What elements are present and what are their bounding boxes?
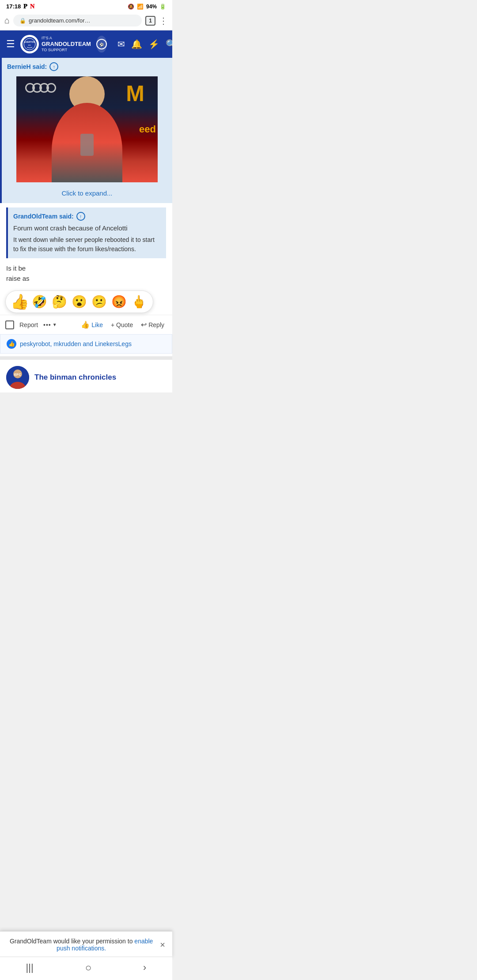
post-avatar: EFC: [6, 366, 29, 389]
post-text: Is it be raise as: [6, 264, 166, 283]
next-post-username[interactable]: The binman chronicles: [34, 373, 116, 382]
header-icons: ✉ 🔔 ⚡ 🔍: [117, 39, 172, 49]
like-button[interactable]: 👍 Like: [78, 319, 106, 331]
quote-image-container: M eed: [7, 75, 167, 184]
logo-circle: EVERTON FC: [20, 35, 39, 53]
quote-button[interactable]: + Quote: [108, 320, 136, 330]
inner-quote-up-arrow[interactable]: ↑: [76, 212, 85, 221]
browser-url-text: grandoldteam.com/for…: [29, 17, 90, 24]
report-button[interactable]: Report: [17, 320, 41, 330]
svg-text:⚽: ⚽: [99, 42, 104, 47]
inner-quote-title: Forum wont crash because of Ancelotti: [13, 224, 161, 232]
emoji-laughing[interactable]: 🤣: [32, 294, 47, 309]
avatar-inner: EFC: [6, 366, 29, 389]
audi-rings: [25, 83, 56, 93]
browser-tab-button[interactable]: 1: [145, 16, 155, 26]
browser-home-button[interactable]: ⌂: [4, 15, 10, 26]
browser-chrome: ⌂ 🔒 grandoldteam.com/for… 1 ⋮: [0, 12, 172, 30]
section-divider: [0, 356, 172, 360]
wifi-icon: 📶: [137, 4, 144, 10]
more-options-button[interactable]: ••• ▼: [43, 321, 57, 328]
like-thumb-icon: 👍: [7, 339, 16, 349]
battery-icon: 🔋: [159, 4, 166, 10]
emoji-middle-finger[interactable]: 🖕: [131, 294, 147, 309]
browser-more-button[interactable]: ⋮: [159, 15, 168, 26]
lock-icon: 🔒: [19, 18, 26, 24]
emoji-wow[interactable]: 😮: [72, 294, 87, 309]
emoji-thinking[interactable]: 🤔: [52, 294, 67, 309]
grandoldteam-attribution[interactable]: GrandOldTeam said: ↑: [13, 212, 161, 221]
mcdonalds-arches: M: [126, 81, 144, 106]
battery-text: 94%: [146, 4, 157, 10]
likes-bar: 👍 peskyrobot, mkrudden and LinekersLegs: [0, 334, 172, 354]
mail-icon[interactable]: ✉: [117, 39, 125, 49]
emoji-angry[interactable]: 😡: [111, 294, 127, 309]
svg-text:EFC: EFC: [14, 373, 21, 377]
svg-text:EVERTON: EVERTON: [24, 41, 35, 43]
status-bar: 17:18 𝐏 𝐍 🔕 📶 94% 🔋: [0, 0, 172, 12]
bernieh-attribution[interactable]: BernieH said: ↑: [7, 62, 167, 71]
bell-icon[interactable]: 🔔: [131, 39, 142, 49]
ancelotti-image: M eed: [16, 76, 158, 182]
bernieh-quote-block: BernieH said: ↑ M: [0, 58, 172, 203]
inner-quote-body: It went down while server people reboote…: [13, 235, 161, 254]
forum-content: BernieH said: ↑ M: [0, 58, 172, 392]
emoji-reaction-popup: 👍 🤣 🤔 😮 😕 😡 🖕: [5, 290, 153, 313]
emoji-confused[interactable]: 😕: [91, 294, 107, 309]
hamburger-menu-icon[interactable]: ☰: [6, 38, 15, 50]
main-post-body: GrandOldTeam said: ↑ Forum wont crash be…: [0, 203, 172, 288]
search-icon[interactable]: 🔍: [166, 39, 172, 49]
status-time: 17:18: [6, 3, 21, 10]
emoji-popup-container: 👍 🤣 🤔 😮 😕 😡 🖕: [0, 290, 172, 313]
paypal-icon: 𝐏: [23, 3, 27, 10]
site-logo[interactable]: EVERTON FC IT'S A GRANDOLDTEAM TO SUPPOR…: [20, 35, 91, 53]
likes-names[interactable]: peskyrobot, mkrudden and LinekersLegs: [20, 340, 132, 347]
browser-url-bar[interactable]: 🔒 grandoldteam.com/for…: [13, 15, 142, 26]
reply-button[interactable]: ↩ Reply: [138, 319, 167, 331]
grandoldteam-inner-quote: GrandOldTeam said: ↑ Forum wont crash be…: [6, 207, 166, 258]
lightning-icon[interactable]: ⚡: [148, 39, 159, 49]
site-header: ☰ EVERTON FC IT'S A GRANDOLDTEAM TO SUPP…: [0, 30, 172, 58]
emoji-thumbs-up[interactable]: 👍: [11, 293, 29, 311]
click-to-expand-link[interactable]: Click to expand...: [7, 188, 167, 199]
secondary-badge-icon[interactable]: ⚽: [96, 36, 107, 53]
select-checkbox[interactable]: [5, 320, 14, 329]
quote-up-arrow-icon[interactable]: ↑: [49, 62, 58, 71]
next-post-header: EFC The binman chronicles: [0, 360, 172, 392]
site-logo-text: IT'S A GRANDOLDTEAM TO SUPPORT: [42, 36, 91, 52]
action-bar: Report ••• ▼ 👍 Like + Quote ↩ Reply: [0, 315, 172, 334]
svg-text:FC: FC: [28, 44, 30, 46]
netflix-icon: 𝐍: [30, 3, 34, 10]
silent-icon: 🔕: [128, 4, 134, 10]
